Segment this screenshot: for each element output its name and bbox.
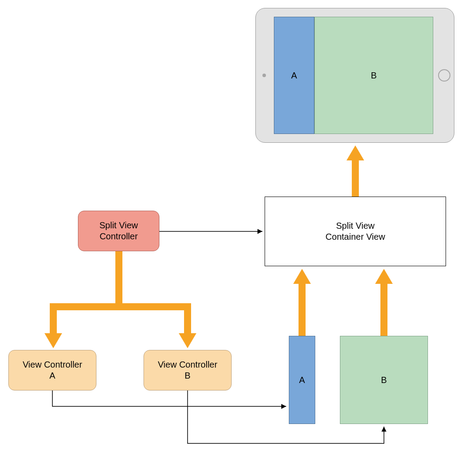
split-view-controller-box: Split View Controller bbox=[78, 211, 159, 251]
view-controller-b-box: View Controller B bbox=[144, 350, 232, 390]
split-view-controller-label: Split View Controller bbox=[100, 220, 138, 242]
small-pane-a: A bbox=[289, 336, 315, 424]
svg-marker-5 bbox=[44, 333, 62, 348]
svg-rect-9 bbox=[380, 283, 387, 336]
ipad-pane-b-label: B bbox=[371, 70, 376, 81]
small-pane-a-label: A bbox=[299, 375, 305, 386]
split-view-container-label: Split View Container View bbox=[325, 220, 385, 242]
small-pane-b: B bbox=[340, 336, 428, 424]
svg-marker-6 bbox=[179, 333, 196, 348]
arrow-container-to-ipad bbox=[347, 145, 364, 197]
view-controller-b-label: View Controller B bbox=[158, 359, 217, 381]
svg-rect-4 bbox=[184, 310, 191, 334]
ipad-pane-a: A bbox=[274, 17, 314, 134]
ipad-home-button-icon bbox=[438, 69, 450, 82]
ipad-camera-icon bbox=[262, 74, 266, 77]
arrow-pane-b-to-container bbox=[375, 269, 393, 336]
ipad-pane-a-label: A bbox=[291, 70, 297, 81]
svg-rect-11 bbox=[352, 160, 359, 197]
svg-marker-10 bbox=[375, 269, 393, 284]
arrow-svc-branch bbox=[44, 251, 196, 348]
view-controller-a-label: View Controller A bbox=[22, 359, 82, 381]
svg-marker-12 bbox=[347, 145, 364, 160]
svg-rect-2 bbox=[50, 303, 191, 310]
view-controller-a-box: View Controller A bbox=[8, 350, 96, 390]
arrow-pane-a-to-container bbox=[293, 269, 311, 336]
svg-rect-7 bbox=[299, 283, 306, 336]
svg-marker-8 bbox=[293, 269, 311, 284]
ipad-pane-b: B bbox=[314, 17, 433, 134]
svg-rect-1 bbox=[115, 251, 122, 307]
svg-rect-3 bbox=[50, 310, 57, 334]
small-pane-b-label: B bbox=[381, 375, 387, 386]
split-view-container-box: Split View Container View bbox=[265, 197, 446, 266]
arrow-vca-to-pane-a bbox=[52, 390, 286, 406]
